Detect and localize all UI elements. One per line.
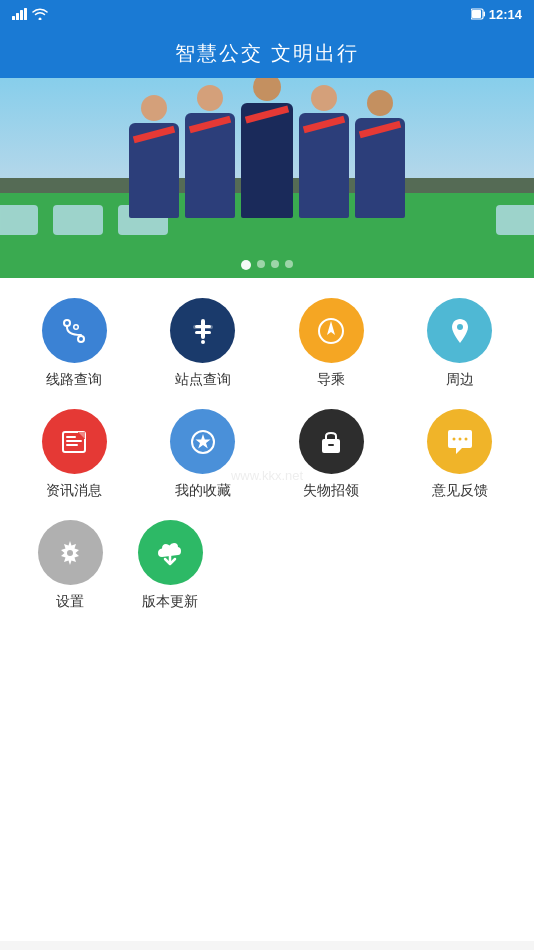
nearby-icon-wrap xyxy=(427,298,492,363)
update-label: 版本更新 xyxy=(142,593,198,611)
signal-icon xyxy=(12,8,28,20)
person-4 xyxy=(299,85,349,218)
menu-item-favorites[interactable]: 我的收藏 xyxy=(153,409,253,500)
navigate-icon xyxy=(315,315,347,347)
banner-dots xyxy=(241,260,293,270)
status-time: 12:14 xyxy=(489,7,522,22)
guide-label: 导乘 xyxy=(317,371,345,389)
lost-found-icon-wrap xyxy=(299,409,364,474)
route-query-label: 线路查询 xyxy=(46,371,102,389)
svg-rect-22 xyxy=(66,436,76,438)
person-2 xyxy=(185,85,235,218)
menu-item-nearby[interactable]: 周边 xyxy=(410,298,510,389)
star-icon xyxy=(187,426,219,458)
svg-rect-2 xyxy=(20,10,23,20)
banner-dot-2[interactable] xyxy=(257,260,265,268)
menu-item-update[interactable]: 版本更新 xyxy=(120,520,220,611)
nearby-label: 周边 xyxy=(446,371,474,389)
svg-rect-0 xyxy=(12,16,15,20)
menu-item-stop-query[interactable]: 站点查询 xyxy=(153,298,253,389)
svg-marker-27 xyxy=(195,434,210,449)
settings-label: 设置 xyxy=(56,593,84,611)
bottom-space xyxy=(0,641,534,941)
chat-icon xyxy=(444,426,476,458)
wifi-icon xyxy=(32,8,48,20)
svg-point-10 xyxy=(79,337,83,341)
stop-icon xyxy=(187,315,219,347)
stop-query-icon-wrap xyxy=(170,298,235,363)
update-icon-wrap xyxy=(138,520,203,585)
person-1 xyxy=(129,95,179,218)
favorites-icon-wrap xyxy=(170,409,235,474)
battery-icon xyxy=(471,8,485,20)
svg-marker-19 xyxy=(327,321,335,335)
menu-row-1: 线路查询 站点查询 xyxy=(10,298,524,389)
menu-item-route-query[interactable]: 线路查询 xyxy=(24,298,124,389)
route-query-icon-wrap xyxy=(42,298,107,363)
menu-item-news[interactable]: 资讯消息 xyxy=(24,409,124,500)
svg-rect-1 xyxy=(16,13,19,20)
svg-rect-5 xyxy=(483,12,485,17)
menu-item-feedback[interactable]: 意见反馈 xyxy=(410,409,510,500)
bag-icon xyxy=(315,426,347,458)
gear-icon xyxy=(54,537,86,569)
bus-window-4 xyxy=(496,205,534,235)
banner[interactable] xyxy=(0,78,534,278)
svg-rect-23 xyxy=(66,440,82,442)
svg-point-16 xyxy=(201,340,205,344)
menu-item-guide[interactable]: 导乘 xyxy=(281,298,381,389)
bus-window-2 xyxy=(53,205,103,235)
svg-rect-24 xyxy=(66,444,78,446)
lost-found-label: 失物招领 xyxy=(303,482,359,500)
settings-icon-wrap xyxy=(38,520,103,585)
feedback-icon-wrap xyxy=(427,409,492,474)
menu-item-lost-found[interactable]: 失物招领 xyxy=(281,409,381,500)
app-header: 智慧公交 文明出行 xyxy=(0,28,534,78)
people-group xyxy=(129,78,405,218)
menu-grid: 线路查询 站点查询 xyxy=(0,278,534,641)
menu-row-2: 资讯消息 我的收藏 失物招领 xyxy=(10,409,524,500)
person-3 xyxy=(241,78,293,218)
download-icon xyxy=(154,537,186,569)
svg-rect-3 xyxy=(24,8,27,20)
svg-point-20 xyxy=(457,324,463,330)
menu-row-3: 设置 版本更新 xyxy=(10,520,524,611)
bus-window-1 xyxy=(0,205,38,235)
news-icon xyxy=(58,426,90,458)
feedback-label: 意见反馈 xyxy=(432,482,488,500)
status-bar: 12:14 xyxy=(0,0,534,28)
news-label: 资讯消息 xyxy=(46,482,102,500)
menu-item-settings[interactable]: 设置 xyxy=(20,520,120,611)
route-icon xyxy=(58,315,90,347)
app-title: 智慧公交 文明出行 xyxy=(175,40,359,67)
favorites-label: 我的收藏 xyxy=(175,482,231,500)
banner-dot-3[interactable] xyxy=(271,260,279,268)
person-5 xyxy=(355,90,405,218)
status-left-icons xyxy=(12,8,48,20)
svg-point-30 xyxy=(452,437,455,440)
svg-point-32 xyxy=(464,437,467,440)
guide-icon-wrap xyxy=(299,298,364,363)
svg-point-9 xyxy=(65,321,69,325)
news-icon-wrap xyxy=(42,409,107,474)
banner-dot-1[interactable] xyxy=(241,260,251,270)
stop-query-label: 站点查询 xyxy=(175,371,231,389)
banner-dot-4[interactable] xyxy=(285,260,293,268)
svg-rect-15 xyxy=(195,331,211,334)
svg-rect-17 xyxy=(193,325,213,329)
svg-point-12 xyxy=(75,325,78,328)
banner-image xyxy=(0,78,534,278)
svg-point-31 xyxy=(458,437,461,440)
location-icon xyxy=(444,315,476,347)
svg-rect-6 xyxy=(472,10,481,18)
svg-rect-29 xyxy=(328,444,334,446)
svg-point-34 xyxy=(67,550,73,556)
status-right-icons: 12:14 xyxy=(471,7,522,22)
